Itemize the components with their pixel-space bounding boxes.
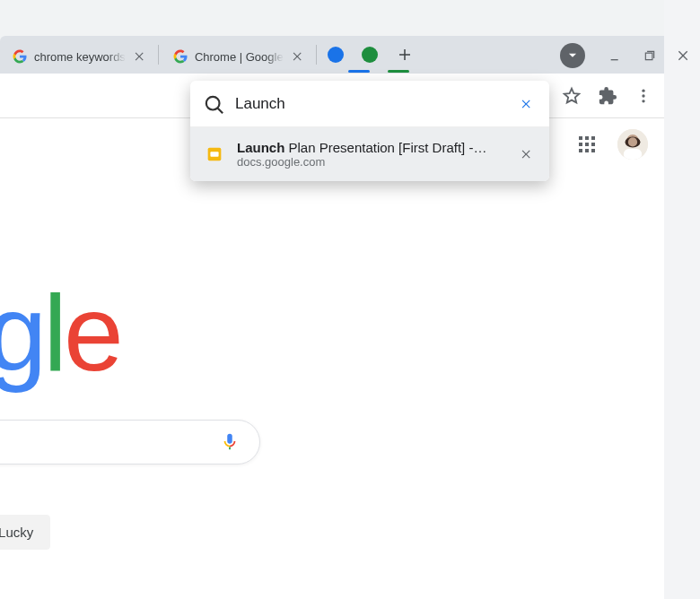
tab-separator-2 bbox=[316, 45, 317, 65]
svg-rect-18 bbox=[210, 152, 218, 157]
svg-rect-5 bbox=[591, 136, 595, 140]
tab-group-underline-blue bbox=[348, 70, 370, 73]
result-rest: Plan Presentation [First Draft] -… bbox=[284, 140, 486, 155]
tab-2-close-icon[interactable] bbox=[291, 49, 305, 64]
google-apps-grid-icon[interactable] bbox=[576, 134, 598, 155]
tab-group-underline-green bbox=[388, 70, 409, 73]
tab-search-result-title: Launch Plan Presentation [First Draft] -… bbox=[237, 140, 506, 155]
result-match: Launch bbox=[237, 140, 284, 155]
svg-rect-16 bbox=[624, 149, 642, 160]
tab-search-result-close-icon[interactable] bbox=[519, 146, 535, 162]
logo-letter: e bbox=[64, 271, 120, 395]
google-logo: oogle bbox=[0, 271, 120, 395]
logo-letter: l bbox=[43, 271, 64, 395]
svg-point-0 bbox=[642, 89, 644, 91]
svg-rect-10 bbox=[585, 149, 589, 152]
svg-point-1 bbox=[642, 94, 644, 97]
tab-search-result-url: docs.google.com bbox=[237, 155, 506, 169]
tab-group-dot-blue[interactable] bbox=[328, 47, 344, 63]
voice-search-mic-icon[interactable] bbox=[220, 432, 240, 452]
svg-rect-7 bbox=[585, 143, 589, 146]
bookmark-star-icon[interactable] bbox=[562, 86, 582, 106]
page-top-right bbox=[576, 129, 648, 160]
extensions-puzzle-icon[interactable] bbox=[598, 86, 617, 106]
account-avatar[interactable] bbox=[617, 129, 648, 160]
google-favicon-icon bbox=[13, 49, 27, 64]
tab-1[interactable]: chrome keywords bbox=[0, 41, 156, 72]
svg-rect-6 bbox=[579, 143, 582, 146]
google-favicon-icon bbox=[173, 49, 188, 64]
tab-search-header bbox=[190, 81, 549, 127]
page-content: oogle I'm Feeling Lucky bbox=[0, 118, 664, 599]
window-right-gutter bbox=[664, 0, 700, 599]
svg-rect-8 bbox=[591, 143, 595, 146]
logo-letter: g bbox=[0, 271, 43, 395]
svg-point-2 bbox=[642, 100, 644, 102]
slides-favicon-icon bbox=[205, 144, 224, 164]
tab-search-input[interactable] bbox=[235, 95, 506, 113]
window-controls bbox=[560, 43, 693, 68]
tab-group-dot-green[interactable] bbox=[362, 47, 378, 63]
new-tab-button[interactable] bbox=[392, 42, 417, 67]
tab-search-result[interactable]: Launch Plan Presentation [First Draft] -… bbox=[190, 127, 549, 181]
tab-separator bbox=[158, 45, 159, 65]
svg-rect-3 bbox=[579, 136, 582, 140]
tab-search-popup: Launch Plan Presentation [First Draft] -… bbox=[190, 81, 549, 181]
window-close-icon[interactable] bbox=[675, 47, 693, 65]
tab-search-clear-icon[interactable] bbox=[519, 96, 535, 112]
browser-menu-kebab-icon[interactable] bbox=[634, 86, 653, 106]
google-search-input[interactable] bbox=[0, 420, 260, 464]
tab-1-close-icon[interactable] bbox=[133, 49, 147, 64]
window-minimize-icon[interactable] bbox=[607, 47, 625, 65]
tab-2-title: Chrome | Google bbox=[195, 50, 284, 64]
svg-rect-9 bbox=[579, 149, 582, 152]
profile-badge-icon[interactable] bbox=[560, 43, 585, 68]
tab-1-title: chrome keywords bbox=[34, 50, 126, 64]
tab-search-result-text: Launch Plan Presentation [First Draft] -… bbox=[237, 140, 506, 169]
tab-2[interactable]: Chrome | Google bbox=[161, 41, 314, 72]
feeling-lucky-button[interactable]: I'm Feeling Lucky bbox=[0, 515, 50, 550]
svg-point-15 bbox=[628, 137, 637, 146]
window-maximize-icon[interactable] bbox=[641, 47, 659, 65]
search-icon bbox=[205, 95, 223, 113]
svg-rect-4 bbox=[585, 136, 589, 140]
svg-rect-11 bbox=[591, 149, 595, 152]
